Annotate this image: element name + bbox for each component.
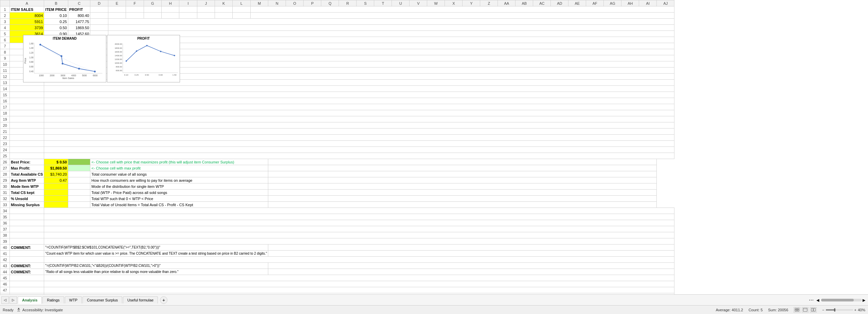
col-header-ad[interactable]: AD bbox=[551, 0, 568, 6]
cell-c30[interactable] bbox=[68, 183, 90, 190]
normal-view-icon[interactable] bbox=[794, 307, 800, 313]
col-header-w[interactable]: W bbox=[427, 0, 445, 6]
col-header-q[interactable]: Q bbox=[321, 0, 339, 6]
col-header-a[interactable]: A bbox=[10, 0, 44, 6]
tab-wtp[interactable]: WTP bbox=[65, 296, 82, 303]
cell-a28[interactable]: Total Available CS bbox=[10, 171, 44, 177]
tab-consumer-surplus[interactable]: Consumer Surplus bbox=[83, 296, 122, 303]
cell-c33[interactable] bbox=[68, 202, 90, 208]
tab-useful-formulae[interactable]: Useful formulae bbox=[123, 296, 158, 303]
cell-d2[interactable] bbox=[90, 13, 108, 19]
cell-d4[interactable] bbox=[90, 25, 108, 31]
col-header-s[interactable]: S bbox=[357, 0, 374, 6]
cell-c28[interactable] bbox=[68, 171, 90, 177]
cell-a40[interactable]: COMMENT: bbox=[10, 244, 44, 251]
col-header-aj[interactable]: AJ bbox=[657, 0, 674, 6]
cell-h1[interactable] bbox=[161, 6, 179, 13]
cell-b2[interactable]: 0.10 bbox=[44, 13, 68, 19]
cell-b31[interactable] bbox=[44, 190, 68, 196]
page-layout-view-icon[interactable] bbox=[802, 307, 809, 313]
col-header-af[interactable]: AF bbox=[586, 0, 604, 6]
col-header-ah[interactable]: AH bbox=[621, 0, 639, 6]
cell-c26[interactable] bbox=[68, 159, 90, 165]
cell-l2[interactable] bbox=[233, 13, 250, 19]
cell-a4[interactable]: 3739 bbox=[10, 25, 44, 31]
cell-i2[interactable] bbox=[179, 13, 197, 19]
col-header-n[interactable]: N bbox=[268, 0, 286, 6]
cell-k1[interactable] bbox=[215, 6, 233, 13]
col-header-ae[interactable]: AE bbox=[568, 0, 586, 6]
col-header-e[interactable]: E bbox=[108, 0, 126, 6]
tab-analysis[interactable]: Analysis bbox=[18, 296, 42, 304]
cell-a44[interactable]: COMMENT: bbox=[10, 269, 44, 275]
col-header-m[interactable]: M bbox=[250, 0, 268, 6]
zoom-out-btn[interactable]: − bbox=[822, 308, 824, 312]
col-header-b[interactable]: B bbox=[44, 0, 68, 6]
col-header-y[interactable]: Y bbox=[463, 0, 480, 6]
cell-a1[interactable]: ITEM SALES bbox=[10, 6, 44, 13]
cell-g2[interactable] bbox=[144, 13, 161, 19]
zoom-in-btn[interactable]: + bbox=[854, 308, 856, 312]
cell-d1[interactable] bbox=[90, 6, 108, 13]
cell-h2[interactable] bbox=[161, 13, 179, 19]
col-header-r[interactable]: R bbox=[339, 0, 357, 6]
col-header-o[interactable]: O bbox=[286, 0, 304, 6]
cell-c2[interactable]: 800.40 bbox=[68, 13, 90, 19]
zoom-slider[interactable] bbox=[826, 309, 853, 311]
cell-a32[interactable]: % Unsold bbox=[10, 196, 44, 202]
cell-a31[interactable]: Total CS kept bbox=[10, 190, 44, 196]
sheet-scroll-right[interactable]: ▶ bbox=[863, 298, 867, 302]
cell-c27[interactable] bbox=[68, 165, 90, 171]
cell-j2[interactable] bbox=[197, 13, 215, 19]
cell-a33[interactable]: Missing Surplus bbox=[10, 202, 44, 208]
col-header-v[interactable]: V bbox=[410, 0, 427, 6]
cell-c4[interactable]: 1869.50 bbox=[68, 25, 90, 31]
col-header-c[interactable]: C bbox=[68, 0, 90, 6]
cell-l1[interactable] bbox=[233, 6, 250, 13]
scroll-wrapper[interactable]: A B C D E F G H I J K L M N O bbox=[0, 0, 868, 294]
tab-prev-btn[interactable]: ◁ bbox=[1, 296, 9, 304]
col-header-i[interactable]: I bbox=[179, 0, 197, 6]
col-header-j[interactable]: J bbox=[197, 0, 215, 6]
page-break-view-icon[interactable] bbox=[810, 307, 817, 313]
cell-d3[interactable] bbox=[90, 19, 108, 25]
cell-b4[interactable]: 0.50 bbox=[44, 25, 68, 31]
cell-c31[interactable] bbox=[68, 190, 90, 196]
cell-a30[interactable]: Mode Item WTP bbox=[10, 183, 44, 190]
cell-b32[interactable] bbox=[44, 196, 68, 202]
col-header-aa[interactable]: AA bbox=[498, 0, 516, 6]
cell-a26[interactable]: Best Price: bbox=[10, 159, 44, 165]
cell-k2[interactable] bbox=[215, 13, 233, 19]
tab-next-btn[interactable]: ▷ bbox=[10, 296, 17, 304]
cell-b29[interactable]: 0.47 bbox=[44, 177, 68, 183]
col-header-u[interactable]: U bbox=[392, 0, 410, 6]
cell-g1[interactable] bbox=[144, 6, 161, 13]
col-header-x[interactable]: X bbox=[445, 0, 463, 6]
cell-c1[interactable]: PROFIT bbox=[68, 6, 90, 13]
col-header-ai[interactable]: AI bbox=[639, 0, 657, 6]
col-header-d[interactable]: D bbox=[90, 0, 108, 6]
cell-b1[interactable]: ITEM PRICE bbox=[44, 6, 68, 13]
sheet-menu-btn[interactable]: ⋯ bbox=[806, 297, 816, 303]
cell-e1[interactable] bbox=[108, 6, 126, 13]
cell-a27[interactable]: Max Profit: bbox=[10, 165, 44, 171]
col-header-k[interactable]: K bbox=[215, 0, 233, 6]
col-header-p[interactable]: P bbox=[304, 0, 321, 6]
cell-b27[interactable]: $1,869.50 bbox=[44, 165, 68, 171]
cell-c29[interactable] bbox=[68, 177, 90, 183]
cell-b26[interactable]: $ 0.50 bbox=[44, 159, 68, 165]
col-header-ac[interactable]: AC bbox=[533, 0, 551, 6]
cell-a2[interactable]: 8004 bbox=[10, 13, 44, 19]
col-header-ab[interactable]: AB bbox=[516, 0, 533, 6]
cell-a29[interactable]: Avg Item WTP bbox=[10, 177, 44, 183]
cell-b33[interactable] bbox=[44, 202, 68, 208]
col-header-f[interactable]: F bbox=[126, 0, 144, 6]
col-header-h[interactable]: H bbox=[161, 0, 179, 6]
cell-b30[interactable] bbox=[44, 183, 68, 190]
cell-a43[interactable]: COMMENT: bbox=[10, 263, 44, 269]
cell-e2[interactable] bbox=[108, 13, 126, 19]
cell-f2[interactable] bbox=[126, 13, 144, 19]
tab-add-btn[interactable]: + bbox=[160, 296, 167, 304]
cell-c32[interactable] bbox=[68, 196, 90, 202]
accessibility-area[interactable]: Accessibility: Investigate bbox=[16, 308, 63, 312]
